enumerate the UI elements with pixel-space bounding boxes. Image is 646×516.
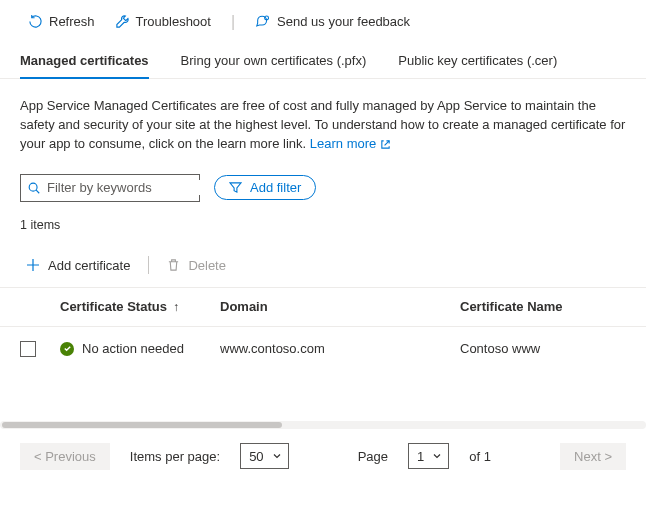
tab-bring-your-own[interactable]: Bring your own certificates (.pfx) bbox=[181, 45, 367, 78]
row-status-cell: No action needed bbox=[60, 341, 220, 356]
scrollbar-thumb[interactable] bbox=[2, 422, 282, 428]
items-per-page-label: Items per page: bbox=[130, 449, 220, 464]
items-per-page-select[interactable]: 50 bbox=[240, 443, 288, 469]
items-per-page-value: 50 bbox=[249, 449, 263, 464]
chevron-down-icon bbox=[272, 451, 282, 461]
success-icon bbox=[60, 342, 74, 356]
row-domain-cell: www.contoso.com bbox=[220, 341, 460, 356]
item-count: 1 items bbox=[0, 210, 646, 248]
table-header: Certificate Status ↑ Domain Certificate … bbox=[0, 287, 646, 327]
horizontal-scrollbar[interactable] bbox=[0, 421, 646, 429]
troubleshoot-button[interactable]: Troubleshoot bbox=[107, 10, 219, 33]
learn-more-link[interactable]: Learn more bbox=[310, 135, 391, 154]
toolbar-separator: | bbox=[231, 13, 235, 31]
row-checkbox[interactable] bbox=[20, 341, 36, 357]
row-checkbox-cell bbox=[20, 341, 60, 357]
filter-icon bbox=[229, 181, 242, 194]
external-link-icon bbox=[380, 139, 391, 150]
table-row[interactable]: No action needed www.contoso.com Contoso… bbox=[0, 327, 646, 371]
feedback-button[interactable]: Send us your feedback bbox=[247, 10, 418, 33]
page-value: 1 bbox=[417, 449, 424, 464]
add-certificate-label: Add certificate bbox=[48, 258, 130, 273]
page-of-text: of 1 bbox=[469, 449, 491, 464]
delete-label: Delete bbox=[188, 258, 226, 273]
search-input[interactable] bbox=[20, 174, 200, 202]
header-status-label: Certificate Status bbox=[60, 299, 167, 314]
refresh-label: Refresh bbox=[49, 14, 95, 29]
previous-button[interactable]: < Previous bbox=[20, 443, 110, 470]
description: App Service Managed Certificates are fre… bbox=[0, 79, 646, 168]
trash-icon bbox=[167, 258, 180, 272]
feedback-icon bbox=[255, 14, 271, 29]
certificates-table: Certificate Status ↑ Domain Certificate … bbox=[0, 287, 646, 371]
header-domain[interactable]: Domain bbox=[220, 299, 460, 314]
tab-managed-certificates[interactable]: Managed certificates bbox=[20, 45, 149, 78]
search-icon bbox=[27, 181, 41, 195]
plus-icon bbox=[26, 258, 40, 272]
feedback-label: Send us your feedback bbox=[277, 14, 410, 29]
sort-ascending-icon: ↑ bbox=[173, 300, 179, 314]
header-name[interactable]: Certificate Name bbox=[460, 299, 626, 314]
svg-point-1 bbox=[29, 183, 37, 191]
refresh-icon bbox=[28, 14, 43, 29]
tabs: Managed certificates Bring your own cert… bbox=[0, 45, 646, 79]
page-label: Page bbox=[358, 449, 388, 464]
header-status[interactable]: Certificate Status ↑ bbox=[60, 299, 220, 314]
row-name-cell: Contoso www bbox=[460, 341, 626, 356]
pagination: < Previous Items per page: 50 Page 1 of … bbox=[0, 429, 646, 488]
learn-more-label: Learn more bbox=[310, 135, 376, 154]
actions-bar: Add certificate Delete bbox=[0, 248, 646, 287]
toolbar: Refresh Troubleshoot | Send us your feed… bbox=[0, 0, 646, 45]
chevron-down-icon bbox=[432, 451, 442, 461]
wrench-icon bbox=[115, 14, 130, 29]
action-separator bbox=[148, 256, 149, 274]
refresh-button[interactable]: Refresh bbox=[20, 10, 103, 33]
next-button[interactable]: Next > bbox=[560, 443, 626, 470]
filter-row: Add filter bbox=[0, 168, 646, 210]
tab-public-key[interactable]: Public key certificates (.cer) bbox=[398, 45, 557, 78]
add-filter-label: Add filter bbox=[250, 180, 301, 195]
delete-button: Delete bbox=[161, 254, 232, 277]
add-certificate-button[interactable]: Add certificate bbox=[20, 254, 136, 277]
page-select[interactable]: 1 bbox=[408, 443, 449, 469]
search-field[interactable] bbox=[47, 180, 215, 195]
troubleshoot-label: Troubleshoot bbox=[136, 14, 211, 29]
row-status-text: No action needed bbox=[82, 341, 184, 356]
add-filter-button[interactable]: Add filter bbox=[214, 175, 316, 200]
